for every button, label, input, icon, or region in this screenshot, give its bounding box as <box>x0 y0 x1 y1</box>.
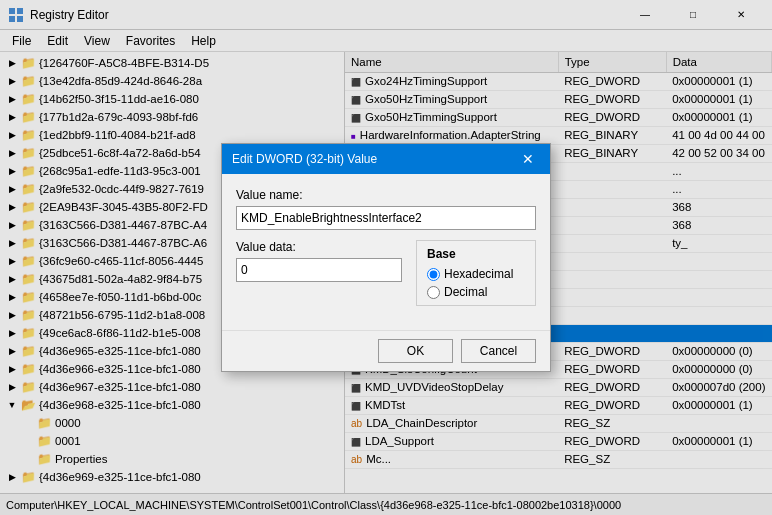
dialog-row: Value data: Base Hexadecimal Decimal <box>236 240 536 306</box>
value-name-input[interactable] <box>236 206 536 230</box>
edit-dword-dialog: Edit DWORD (32-bit) Value ✕ Value name: … <box>221 143 551 372</box>
hex-radio-text: Hexadecimal <box>444 267 513 281</box>
dialog-body: Value name: Value data: Base Hexadecimal <box>222 174 550 316</box>
dec-radio-text: Decimal <box>444 285 487 299</box>
dialog-title: Edit DWORD (32-bit) Value <box>232 152 516 166</box>
value-data-section: Value data: <box>236 240 402 306</box>
dialog-close-button[interactable]: ✕ <box>516 147 540 171</box>
value-name-label: Value name: <box>236 188 536 202</box>
dialog-buttons: OK Cancel <box>222 330 550 371</box>
dec-radio-label[interactable]: Decimal <box>427 285 525 299</box>
value-data-label: Value data: <box>236 240 402 254</box>
value-name-field: Value name: <box>236 188 536 230</box>
cancel-button[interactable]: Cancel <box>461 339 536 363</box>
dialog-overlay: Edit DWORD (32-bit) Value ✕ Value name: … <box>0 0 772 515</box>
hex-radio-label[interactable]: Hexadecimal <box>427 267 525 281</box>
radio-group: Hexadecimal Decimal <box>427 267 525 299</box>
ok-button[interactable]: OK <box>378 339 453 363</box>
hex-radio[interactable] <box>427 268 440 281</box>
value-data-input[interactable] <box>236 258 402 282</box>
base-title: Base <box>427 247 525 261</box>
dialog-titlebar: Edit DWORD (32-bit) Value ✕ <box>222 144 550 174</box>
base-section: Base Hexadecimal Decimal <box>416 240 536 306</box>
value-data-field: Value data: <box>236 240 402 282</box>
dec-radio[interactable] <box>427 286 440 299</box>
